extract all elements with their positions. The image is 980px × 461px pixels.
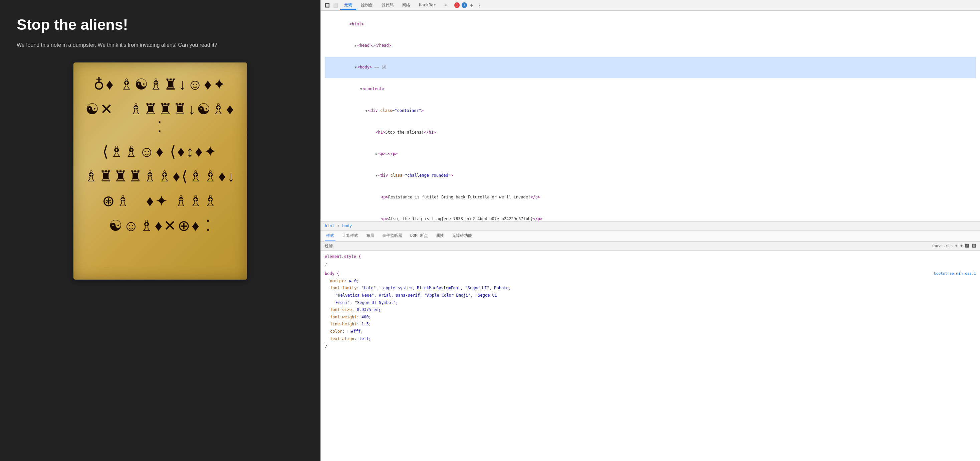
settings-icon[interactable]: ⚙ <box>469 2 474 9</box>
style-prop-fontfamily-3: Emoji", "Segoe UI Symbol"; <box>325 299 976 307</box>
page-title: Stop the aliens! <box>17 13 304 36</box>
dom-line-div-container[interactable]: ▼<div class="container"> <box>325 100 976 121</box>
style-rule-body: body { bootstrap.min.css:1 margin: ▶ 0; … <box>325 270 976 350</box>
alien-note-container: ♁♦ ♗☯♗♜↓☺♦✦ ☯✕ ♗♜♜♜↓☯♗♦ ⁚ ⟨♗♗☺♦ ⟨♦↕♦✦ ♗♜… <box>73 62 247 279</box>
badge-red-icon: 1 <box>454 2 460 8</box>
alien-line-1: ♁♦ ♗☯♗♜↓☺♦✦ <box>83 76 237 94</box>
alien-line-6: ☯☺♗♦✕⊕♦ ⁚ <box>83 217 237 235</box>
styles-tab-styles[interactable]: 样式 <box>325 231 336 241</box>
left-panel: Stop the aliens! We found this note in a… <box>0 0 320 461</box>
devtools-icon-group: 1 1 ⚙ ⋮ <box>454 2 483 9</box>
dom-line-head[interactable]: ▶<head>…</head> <box>325 35 976 57</box>
alien-line-3: ⟨♗♗☺♦ ⟨♦↕♦✦ <box>83 143 237 161</box>
style-prop-fontfamily: font-family: "Lato", -apple-system, Blin… <box>325 285 976 292</box>
alien-line-5: ⊛♗ ♦✦ ♗♗♗ <box>83 192 237 211</box>
dom-line-html[interactable]: <html> <box>325 13 976 35</box>
filter-icon-b[interactable]: 🅱 <box>972 243 976 249</box>
tab-elements[interactable]: 元素 <box>340 1 356 10</box>
devtools-icon-inspect[interactable]: 🔲 <box>323 2 331 9</box>
style-prop-color: color: #fff; <box>325 328 976 335</box>
alien-line-4: ♗♜♜♜♗♗♦⟨♗♗♦↓ <box>83 168 237 186</box>
filter-label: 过滤 <box>325 243 333 249</box>
style-prop-lineheight: line-height: 1.5; <box>325 321 976 328</box>
page-layout: Stop the aliens! We found this note in a… <box>0 0 980 461</box>
filter-icon-a[interactable]: 🅰 <box>965 243 969 249</box>
style-selector-body: body { <box>325 271 339 276</box>
filter-icon-plus[interactable]: + <box>960 243 963 249</box>
style-prop-fontfamily-2: "Helvetica Neue", Arial, sans-serif, "Ap… <box>325 292 976 299</box>
dom-line-p-resistance[interactable]: <p>Resistance is futile! Bring back Futu… <box>325 187 976 208</box>
tab-sources[interactable]: 源代码 <box>377 1 398 10</box>
dom-line-content[interactable]: ▼<content> <box>325 78 976 100</box>
style-prop-margin: margin: ▶ 0; <box>325 278 976 285</box>
tab-network[interactable]: 网络 <box>398 1 414 10</box>
tab-hackbar[interactable]: HackBar <box>415 1 440 10</box>
devtools-icon-cursor[interactable]: ⬜ <box>332 2 339 9</box>
filter-pseudo[interactable]: :hov .cls + <box>931 243 957 249</box>
dom-tree: <html> ▶<head>…</head> ▼<body> == $0 ▼<c… <box>321 11 980 221</box>
filter-input[interactable] <box>336 244 928 248</box>
dom-line-div-challenge[interactable]: ▼<div class="challenge rounded"> <box>325 165 976 187</box>
style-selector-element: element.style { <box>325 254 361 259</box>
tab-more[interactable]: » <box>441 1 451 10</box>
breadcrumb-sep-1: › <box>337 223 339 229</box>
styles-content: element.style { } body { bootstrap.min.c… <box>321 250 980 461</box>
tab-console[interactable]: 控制台 <box>357 1 377 10</box>
style-prop-textalign: text-align: left; <box>325 335 976 343</box>
styles-tab-event[interactable]: 事件监听器 <box>381 231 404 241</box>
breadcrumb-html[interactable]: html <box>325 223 334 229</box>
style-prop-fontweight: font-weight: 400; <box>325 314 976 321</box>
styles-tab-dom[interactable]: DOM 断点 <box>409 231 429 241</box>
styles-tab-props[interactable]: 属性 <box>434 231 445 241</box>
dom-line-p-collapsed[interactable]: ▶<p>…</p> <box>325 143 976 165</box>
breadcrumb-body[interactable]: body <box>342 223 352 229</box>
devtools-tabs-bar: 🔲 ⬜ 元素 控制台 源代码 网络 HackBar » 1 1 ⚙ ⋮ <box>321 0 980 11</box>
dom-line-p-flag[interactable]: <p>Also, the flag is flag{eeef7838-ecd2-… <box>325 208 976 221</box>
style-rule-element: element.style { } <box>325 253 976 268</box>
alien-note: ♁♦ ♗☯♗♜↓☺♦✦ ☯✕ ♗♜♜♜↓☯♗♦ ⁚ ⟨♗♗☺♦ ⟨♦↕♦✦ ♗♜… <box>73 62 247 279</box>
more-icon[interactable]: ⋮ <box>476 2 483 9</box>
page-subtitle: We found this note in a dumpster. We thi… <box>17 41 304 49</box>
styles-tabs: 样式 计算样式 布局 事件监听器 DOM 断点 属性 无障碍功能 <box>321 231 980 241</box>
devtools-panel: 🔲 ⬜ 元素 控制台 源代码 网络 HackBar » 1 1 ⚙ ⋮ <htm… <box>320 0 980 461</box>
badge-blue-icon: 1 <box>461 2 467 8</box>
dom-line-body[interactable]: ▼<body> == $0 <box>325 57 976 78</box>
alien-line-2: ☯✕ ♗♜♜♜↓☯♗♦ ⁚ <box>83 100 237 137</box>
devtools-breadcrumb: html › body <box>321 221 980 231</box>
dom-line-h1[interactable]: <h1>Stop the aliens!</h1> <box>325 121 976 143</box>
styles-tab-accessibility[interactable]: 无障碍功能 <box>450 231 473 241</box>
style-prop-fontsize: font-size: 0.9375rem; <box>325 306 976 314</box>
styles-filter-bar: 过滤 :hov .cls + + 🅰 🅱 <box>321 241 980 250</box>
styles-tab-computed[interactable]: 计算样式 <box>341 231 360 241</box>
style-source-bootstrap[interactable]: bootstrap.min.css:1 <box>934 270 976 277</box>
styles-tab-layout[interactable]: 布局 <box>365 231 375 241</box>
